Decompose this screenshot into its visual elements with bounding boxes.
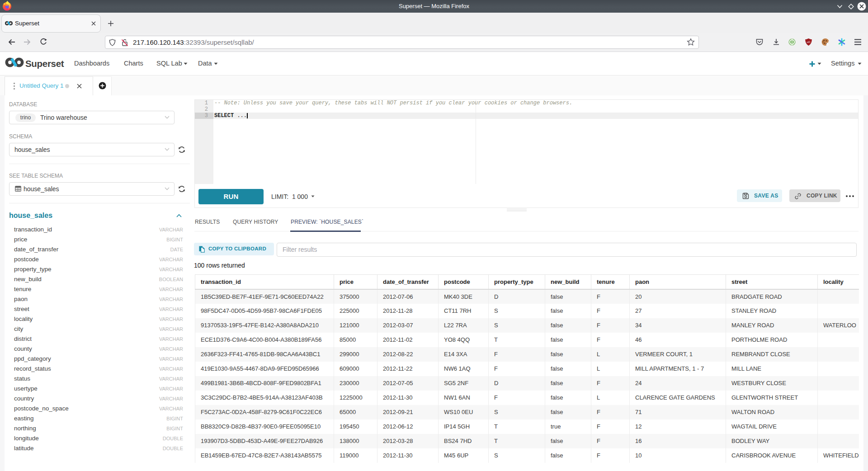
svg-text:uO: uO <box>807 41 810 43</box>
